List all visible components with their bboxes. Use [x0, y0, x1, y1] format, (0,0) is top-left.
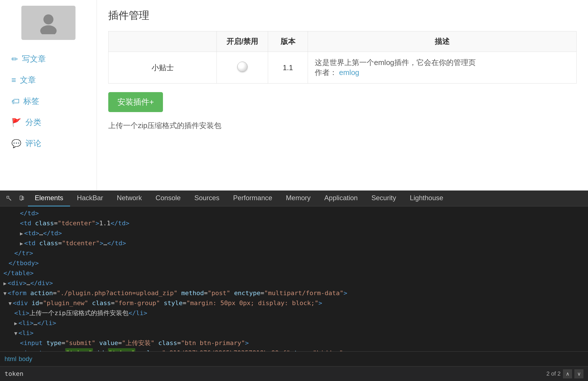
sidebar-item-write[interactable]: ✏ 写文章: [6, 48, 91, 70]
install-button[interactable]: 安装插件+: [108, 92, 163, 112]
sidebar: ✏ 写文章 ≡ 文章 🏷 标签 🚩 分类 💬 评论: [0, 0, 97, 190]
col-header-toggle: 开启/禁用: [217, 31, 268, 52]
code-line-5: </tr>: [0, 248, 588, 258]
plugin-toggle[interactable]: [217, 52, 268, 84]
search-navigation: 2 of 2 ∧ ∨: [546, 369, 583, 378]
devtools-footer: html body: [0, 351, 588, 366]
code-line-13: <li>: [0, 328, 588, 338]
search-bar: 2 of 2 ∧ ∨: [0, 366, 588, 381]
sidebar-label-categories: 分类: [25, 117, 41, 128]
search-input[interactable]: [5, 370, 543, 377]
code-line-2: <td class="tdcenter">1.1</td>: [0, 218, 588, 228]
collapse-arrow[interactable]: [20, 230, 23, 237]
breadcrumb-html[interactable]: html: [5, 355, 17, 363]
svg-point-0: [43, 14, 53, 24]
breadcrumb-body[interactable]: body: [19, 355, 32, 363]
upload-text: 上传一个zip压缩格式的插件安装包: [108, 121, 577, 131]
sidebar-item-categories[interactable]: 🚩 分类: [6, 112, 91, 133]
tab-security[interactable]: Security: [365, 190, 403, 206]
search-count: 2 of 2: [546, 370, 561, 377]
code-line-6: </tbody>: [0, 258, 588, 268]
devtools-code-view: </td> <td class="tdcenter">1.1</td> <td>…: [0, 206, 588, 351]
search-next-button[interactable]: ∨: [574, 369, 583, 378]
comments-icon: 💬: [11, 139, 21, 148]
collapse-arrow[interactable]: [3, 279, 7, 287]
code-line-14: <input type="submit" value="上传安装" class=…: [0, 338, 588, 348]
collapse-arrow[interactable]: [20, 240, 23, 247]
code-line-3: <td>…</td>: [0, 228, 588, 238]
collapse-arrow[interactable]: [14, 329, 17, 337]
sidebar-item-tags[interactable]: 🏷 标签: [6, 91, 91, 112]
code-line-1: </td>: [0, 208, 588, 218]
tab-lighthouse[interactable]: Lighthouse: [403, 190, 450, 206]
col-header-desc: 描述: [308, 31, 577, 52]
devtools-toolbar: Elements HackBar Network Console Sources…: [0, 190, 588, 206]
tab-performance[interactable]: Performance: [226, 190, 279, 206]
sidebar-label-articles: 文章: [20, 75, 36, 86]
sidebar-item-comments[interactable]: 💬 评论: [6, 133, 91, 154]
code-line-12: <li>…</li>: [0, 318, 588, 328]
svg-point-1: [40, 25, 57, 34]
categories-icon: 🚩: [11, 118, 21, 127]
inspect-icon[interactable]: [3, 192, 15, 205]
tab-hackbar[interactable]: HackBar: [70, 190, 110, 206]
sidebar-nav: ✏ 写文章 ≡ 文章 🏷 标签 🚩 分类 💬 评论: [0, 48, 97, 154]
col-header-version: 版本: [268, 31, 308, 52]
tags-icon: 🏷: [11, 97, 19, 106]
sidebar-label-write: 写文章: [22, 54, 46, 64]
devtools-panel: Elements HackBar Network Console Sources…: [0, 190, 588, 381]
table-row: 小贴士 1.1 这是世界上第一个emlog插件，它会在你的管理页 作者： eml…: [109, 52, 577, 84]
tab-memory[interactable]: Memory: [279, 190, 318, 206]
tab-console[interactable]: Console: [149, 190, 187, 206]
devtools-tabs: Elements HackBar Network Console Sources…: [28, 190, 585, 206]
code-line-9: <form action="./plugin.php?action=upload…: [0, 288, 588, 298]
svg-rect-2: [7, 196, 9, 198]
collapse-arrow[interactable]: [3, 289, 7, 297]
articles-icon: ≡: [11, 76, 16, 85]
sidebar-label-comments: 评论: [25, 138, 41, 149]
breadcrumb: html body: [5, 355, 32, 363]
collapse-arrow[interactable]: [14, 319, 17, 327]
sidebar-label-tags: 标签: [23, 96, 39, 107]
collapse-arrow[interactable]: [9, 299, 12, 307]
page-title: 插件管理: [108, 9, 577, 23]
search-prev-button[interactable]: ∧: [563, 369, 572, 378]
main-content: 插件管理 开启/禁用 版本 描述 小贴士 1.1 这是: [97, 0, 588, 190]
code-line-15: <input name="token" id="token" value="c8…: [0, 348, 588, 351]
write-icon: ✏: [11, 54, 18, 64]
plugin-version: 1.1: [268, 52, 308, 84]
svg-rect-5: [22, 197, 24, 200]
avatar: [21, 6, 75, 40]
plugin-name: 小贴士: [109, 52, 217, 84]
col-header-name: [109, 31, 217, 52]
code-line-7: </table>: [0, 268, 588, 278]
code-line-4: <td class="tdcenter">…</td>: [0, 238, 588, 248]
tab-elements[interactable]: Elements: [28, 190, 70, 206]
tab-application[interactable]: Application: [317, 190, 364, 206]
plugin-desc: 这是世界上第一个emlog插件，它会在你的管理页 作者： emlog: [308, 52, 577, 84]
code-line-10: <div id="plugin_new" class="form-group" …: [0, 298, 588, 308]
code-line-11: <li>上传一个zip压缩格式的插件安装包</li>: [0, 308, 588, 318]
author-link[interactable]: emlog: [339, 68, 359, 77]
device-icon[interactable]: [15, 192, 28, 205]
code-line-8: <div>…</div>: [0, 278, 588, 288]
tab-sources[interactable]: Sources: [187, 190, 226, 206]
plugin-table: 开启/禁用 版本 描述 小贴士 1.1 这是世界上第一个emlog插件，它会在你…: [108, 31, 577, 84]
toggle-button[interactable]: [237, 62, 248, 72]
sidebar-item-articles[interactable]: ≡ 文章: [6, 70, 91, 91]
tab-network[interactable]: Network: [110, 190, 149, 206]
svg-rect-4: [21, 200, 22, 200]
